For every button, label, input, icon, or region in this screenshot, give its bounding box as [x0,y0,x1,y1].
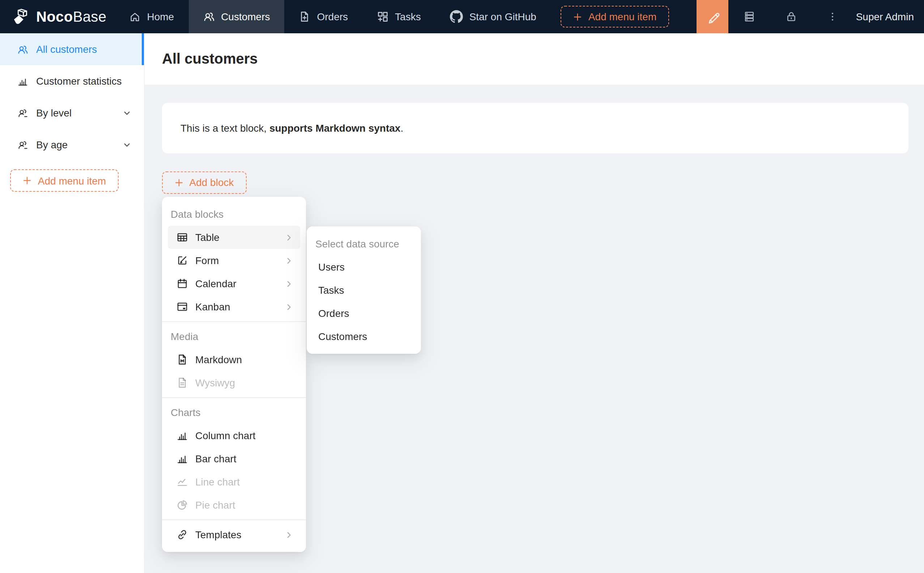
chevron-down-icon [123,141,131,149]
markdown-icon [177,354,188,365]
page-header: All customers [145,33,924,85]
main-menu: Home Customers [115,0,669,33]
ellipsis-vertical-icon [828,12,838,22]
kanban-icon [177,301,188,313]
nav-item-label: Customers [221,11,270,22]
nocobase-logo[interactable]: NocoBase [0,7,106,27]
current-user-menu[interactable]: Super Admin [853,11,924,22]
dropdown-item-label: Calendar [195,278,278,290]
sidebar-item-by-level[interactable]: By level [0,97,144,129]
dropdown-group-header: Media [162,325,306,348]
nocobase-app: NocoBase Home Customers [0,0,924,573]
menu-divider [162,397,306,398]
form-icon [177,255,188,266]
nav-item-github[interactable]: Star on GitHub [435,0,551,33]
sidebar-item-label: Customer statistics [36,75,122,87]
brand-name: NocoBase [36,8,106,25]
add-block-button[interactable]: Add block [162,171,246,194]
bar-chart-icon [17,76,28,86]
submenu-item-orders[interactable]: Orders [313,301,415,324]
nav-item-customers[interactable]: Customers [188,0,284,33]
dropdown-item-kanban[interactable]: Kanban [168,295,300,318]
nav-item-tasks[interactable]: Tasks [363,0,435,33]
add-block-dropdown: Data blocks Table Form [162,197,306,552]
submenu-item-customers[interactable]: Customers [313,324,415,348]
lock-icon [786,11,797,22]
submenu-item-label: Tasks [318,284,344,296]
submenu-item-users[interactable]: Users [313,255,415,278]
nav-item-label: Home [147,11,174,22]
dropdown-item-label: Pie chart [195,499,293,511]
column-chart-icon [177,430,188,441]
submenu-header: Select data source [306,232,421,255]
dropdown-item-label: Wysiwyg [195,377,293,388]
plus-icon [573,12,583,21]
dropdown-item-label: Table [195,232,278,243]
bar-chart-icon [177,453,188,465]
link-icon [177,529,188,540]
home-icon [130,11,140,22]
dropdown-item-label: Form [195,255,278,266]
page-title: All customers [162,51,258,67]
sidebar-item-all-customers[interactable]: All customers [0,33,144,65]
usergroup-icon [17,108,28,118]
sidebar: All customers Customer statistics By l [0,33,145,573]
plugin-manager-button[interactable] [729,0,771,33]
server-icon [744,11,755,22]
submenu-item-tasks[interactable]: Tasks [313,278,415,301]
sidebar-item-label: By level [36,107,72,119]
dropdown-item-bar-chart[interactable]: Bar chart [168,447,300,470]
settings-center-button[interactable] [771,0,813,33]
nav-item-label: Star on GitHub [469,11,536,22]
chevron-down-icon [123,109,131,117]
dropdown-item-table[interactable]: Table [168,226,300,249]
sidebar-item-label: All customers [36,44,97,55]
sidebar-add-menu-item-button[interactable]: Add menu item [10,169,119,192]
top-navbar: NocoBase Home Customers [0,0,924,33]
sidebar-item-customer-statistics[interactable]: Customer statistics [0,65,144,97]
dropdown-item-markdown[interactable]: Markdown [168,348,300,371]
dropdown-item-line-chart: Line chart [168,470,300,493]
sidebar-item-by-age[interactable]: By age [0,129,144,161]
table-icon [177,232,188,243]
more-actions-button[interactable] [813,0,853,33]
pie-chart-icon [177,499,188,511]
chevron-right-icon [285,280,293,288]
chevron-right-icon [285,303,293,311]
nav-item-label: Orders [317,11,348,22]
menu-divider [162,520,306,520]
menu-divider [162,321,306,322]
highlighter-icon [706,10,720,23]
markdown-text: This is a text block, supports Markdown … [180,122,403,133]
dropdown-item-label: Markdown [195,354,293,365]
file-add-icon [299,11,311,22]
navbar-right-actions: Super Admin [697,0,924,33]
dropdown-item-column-chart[interactable]: Column chart [168,424,300,447]
team-icon [203,11,214,22]
dropdown-item-wysiwyg: Wysiwyg [168,371,300,394]
dropdown-item-label: Templates [195,529,278,540]
nav-item-home[interactable]: Home [115,0,188,33]
calendar-icon [177,278,188,290]
team-icon [17,44,28,55]
plus-icon [23,176,32,185]
chevron-right-icon [285,257,293,265]
nav-item-orders[interactable]: Orders [285,0,363,33]
data-source-submenu: Select data source Users Tasks Orders Cu… [306,226,421,354]
dropdown-item-form[interactable]: Form [168,249,300,272]
dropdown-item-templates[interactable]: Templates [168,523,300,546]
file-icon [177,377,188,388]
nav-item-label: Tasks [395,11,421,22]
navbar-add-menu-item-button[interactable]: Add menu item [561,6,669,28]
dropdown-item-calendar[interactable]: Calendar [168,272,300,295]
markdown-text-block: This is a text block, supports Markdown … [162,102,908,153]
line-chart-icon [177,476,188,488]
dropdown-item-label: Bar chart [195,453,293,465]
ui-editor-button[interactable] [697,0,729,33]
submenu-item-label: Orders [318,307,349,319]
plus-icon [174,178,184,187]
dropdown-item-label: Column chart [195,430,293,441]
chevron-right-icon [285,233,293,241]
dropdown-item-label: Kanban [195,301,278,313]
appstore-add-icon [377,11,388,22]
